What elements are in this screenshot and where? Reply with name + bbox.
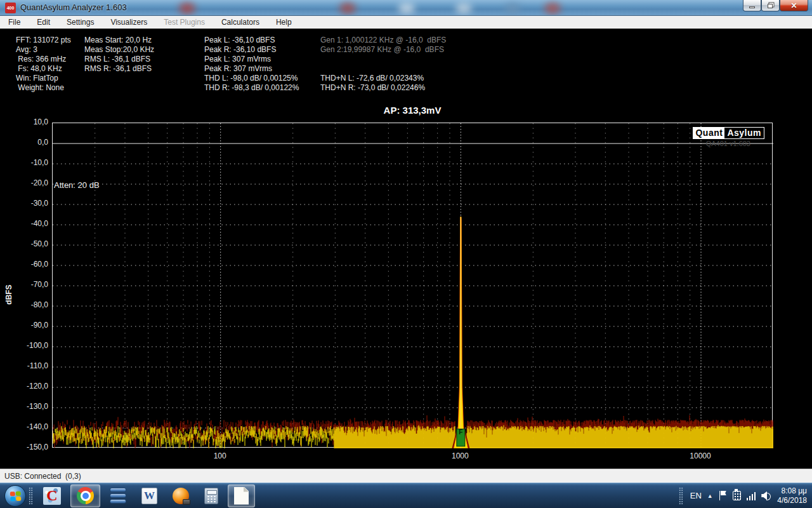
menu-item-settings[interactable]: Settings xyxy=(58,16,102,29)
tray-grip[interactable] xyxy=(679,487,683,505)
y-tick-label: 10,0 xyxy=(0,117,48,126)
analyzer-content: FFT: 131072 pts Avg: 3 Res: 366 mHz Fs: … xyxy=(0,29,812,469)
start-button[interactable] xyxy=(4,485,26,507)
y-tick-label: -30,0 xyxy=(0,199,48,208)
menu-item-calculators[interactable]: Calculators xyxy=(213,16,268,29)
x-tick-label: 1000 xyxy=(452,451,469,460)
stats-meas-column: Meas Start: 20,0 Hz Meas Stop:20,0 KHz R… xyxy=(84,36,154,74)
x-tick-label: 10000 xyxy=(690,451,710,460)
stats-fft-column: FFT: 131072 pts Avg: 3 Res: 366 mHz Fs: … xyxy=(16,36,71,93)
y-tick-label: -120,0 xyxy=(0,382,48,391)
chart-title: AP: 313,3mV xyxy=(52,105,773,116)
x-tick-label: 100 xyxy=(214,451,226,460)
spectrum-plot[interactable]: F QuantAsylum QA401 v1.603 xyxy=(52,123,773,448)
desktop-blur-blob xyxy=(504,3,521,14)
taskbar-item-stack-app[interactable] xyxy=(104,485,132,507)
logo-quant: Quant xyxy=(693,128,724,138)
taskbar-item-red-c-app[interactable]: C xyxy=(37,485,67,507)
desktop-blur-blob xyxy=(339,3,356,14)
taskbar-grip[interactable] xyxy=(29,487,33,505)
volume-icon[interactable] xyxy=(761,491,771,500)
taskbar: C W EN ▲ 8:08 μμ 4/6/2018 xyxy=(0,483,812,508)
y-tick-label: -60,0 xyxy=(0,260,48,269)
minimize-icon xyxy=(749,6,755,8)
desktop-blur-blob xyxy=(398,3,415,14)
document-icon xyxy=(234,487,249,505)
menu-item-help[interactable]: Help xyxy=(268,16,300,29)
close-button[interactable]: ✕ xyxy=(780,0,808,11)
tray-time: 8:08 μμ xyxy=(777,486,807,496)
menu-item-visualizers[interactable]: Visualizers xyxy=(102,16,155,29)
orange-sphere-camera-icon xyxy=(173,488,189,504)
word-icon: W xyxy=(141,488,157,504)
menu-bar: FileEditSettingsVisualizersTest PluginsC… xyxy=(0,16,812,29)
stats-peak-column: Peak L: -36,10 dBFS Peak R: -36,10 dBFS … xyxy=(204,36,299,93)
usb-status: USB: Connected (0,3) xyxy=(4,472,81,481)
menu-item-edit[interactable]: Edit xyxy=(29,16,58,29)
title-bar[interactable]: 400 QuantAsylum Analyzer 1.603 ✕ xyxy=(0,0,812,16)
menu-item-test-plugins: Test Plugins xyxy=(155,16,213,29)
firmware-version: QA401 v1.603 xyxy=(706,140,750,147)
taskbar-item-word[interactable]: W xyxy=(136,485,163,507)
y-tick-label: 0,0 xyxy=(0,138,48,147)
stats-thdn-column: THD+N L: -72,6 dB/ 0,02343% THD+N R: -73… xyxy=(320,74,425,93)
quantasylum-analyzer-window: 400 QuantAsylum Analyzer 1.603 ✕ FileEdi… xyxy=(0,0,812,508)
minimize-button[interactable] xyxy=(743,0,761,11)
y-tick-label: -140,0 xyxy=(0,422,48,431)
y-tick-label: -50,0 xyxy=(0,239,48,248)
y-tick-label: -20,0 xyxy=(0,178,48,187)
calculator-icon xyxy=(204,488,218,504)
system-tray: EN ▲ 8:08 μμ 4/6/2018 xyxy=(676,486,812,505)
show-hidden-icons-button[interactable]: ▲ xyxy=(707,493,713,499)
desktop-blur-blob xyxy=(179,3,195,14)
y-tick-label: -80,0 xyxy=(0,300,48,309)
taskbar-item-analyzer[interactable] xyxy=(228,485,255,507)
logo-asylum: Asylum xyxy=(724,128,764,138)
taskbar-item-media-app[interactable] xyxy=(167,485,195,507)
y-tick-label: -110,0 xyxy=(0,361,48,370)
y-tick-label: -40,0 xyxy=(0,219,48,228)
windows-flag-icon xyxy=(10,491,22,501)
desktop-blur-blob xyxy=(455,3,472,14)
stack-icon xyxy=(110,488,126,504)
quantasylum-logo: QuantAsylum xyxy=(693,127,764,139)
spectrum-svg: F xyxy=(53,123,773,448)
y-tick-label: -100,0 xyxy=(0,341,48,350)
y-tick-label: -70,0 xyxy=(0,280,48,289)
action-center-icon[interactable] xyxy=(719,491,727,500)
red-c-app-icon: C xyxy=(43,487,61,505)
stats-generator-column: Gen 1: 1,000122 KHz @ -16,0 dBFS Gen 2:1… xyxy=(320,36,446,55)
fundamental-marker-label: F xyxy=(459,429,462,436)
tray-date: 4/6/2018 xyxy=(777,496,807,505)
close-icon: ✕ xyxy=(790,1,797,10)
y-axis-label: dBFS xyxy=(4,271,13,319)
chrome-icon xyxy=(77,487,94,504)
language-indicator[interactable]: EN xyxy=(690,491,702,500)
taskbar-item-chrome[interactable] xyxy=(70,485,100,507)
clipboard-tray-icon[interactable] xyxy=(733,491,741,500)
taskbar-item-calculator[interactable] xyxy=(199,485,224,507)
restore-icon xyxy=(768,4,773,8)
restore-button[interactable] xyxy=(761,0,780,11)
y-tick-label: -150,0 xyxy=(0,443,48,451)
window-title: QuantAsylum Analyzer 1.603 xyxy=(20,3,127,12)
y-tick-label: -90,0 xyxy=(0,321,48,330)
y-tick-label: -10,0 xyxy=(0,158,48,167)
attenuation-readout: Atten: 20 dB xyxy=(54,180,100,190)
status-bar: USB: Connected (0,3) xyxy=(0,469,812,483)
clock[interactable]: 8:08 μμ 4/6/2018 xyxy=(777,486,807,505)
app-icon: 400 xyxy=(5,3,16,13)
desktop-blur-blob xyxy=(544,3,561,14)
menu-item-file[interactable]: File xyxy=(0,16,29,29)
y-tick-label: -130,0 xyxy=(0,402,48,411)
network-signal-icon[interactable] xyxy=(747,491,756,500)
